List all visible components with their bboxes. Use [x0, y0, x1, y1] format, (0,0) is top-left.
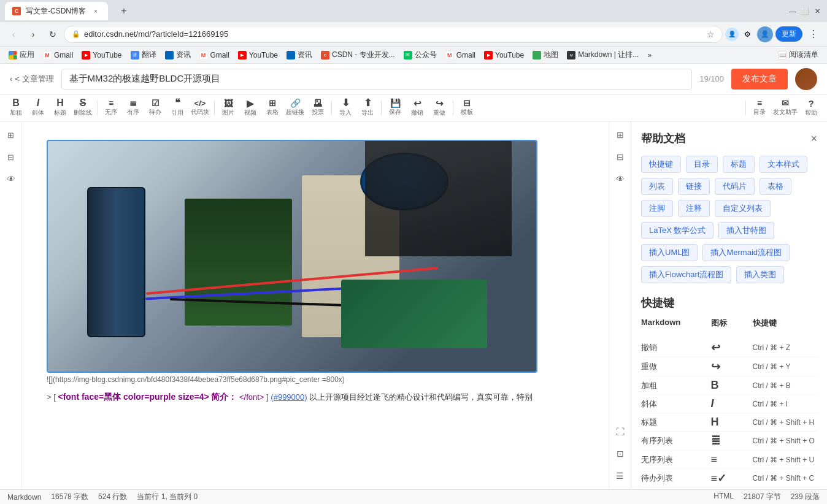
editor-main-area[interactable]: ⊞ ⊟ 👁	[0, 121, 609, 489]
help-close-button[interactable]: ×	[810, 132, 817, 145]
toolbar-heading[interactable]: H 标题	[49, 96, 71, 120]
back-to-management[interactable]: ‹ < 文章管理	[10, 74, 54, 85]
help-tag-heading[interactable]: 标题	[723, 156, 755, 173]
more-options-button[interactable]: ⋮	[805, 26, 822, 43]
ext-icon-2[interactable]: ⚙	[740, 27, 755, 42]
help-tag-flowchart[interactable]: 插入Flowchart流程图	[641, 266, 731, 283]
youtube-favicon-2: ▶	[238, 51, 247, 59]
shortcut-row-redo: 重做 ↪ Ctrl / ⌘ + Y	[641, 357, 817, 376]
help-tags-container: 快捷键 目录 标题 文本样式 列表 链接 代码片 表格 注脚 注释 自定义列表 …	[641, 156, 817, 283]
bookmark-csdn[interactable]: C CSDN - 专业开发...	[317, 48, 399, 61]
toolbar-italic[interactable]: I 斜体	[27, 96, 49, 120]
active-tab[interactable]: C 写文章-CSDN博客 ×	[5, 2, 108, 20]
new-tab-button[interactable]: +	[115, 2, 133, 20]
side-icon-table[interactable]: ⊞	[2, 126, 20, 143]
right-icon-list[interactable]: ☰	[612, 467, 629, 484]
toolbar-toc[interactable]: ≡ 目录	[748, 96, 771, 120]
right-icon-preview[interactable]: 👁	[612, 170, 629, 188]
help-tag-footnote[interactable]: 注脚	[641, 200, 673, 217]
bookmark-gongzhonghao[interactable]: ✉ 公众号	[400, 48, 440, 61]
forward-button[interactable]: ›	[25, 26, 42, 43]
bookmark-gmail-1[interactable]: M Gmail	[39, 50, 77, 61]
minimize-button[interactable]: —	[788, 6, 798, 16]
toolbar-quote[interactable]: ❝ 引用	[166, 96, 188, 120]
toolbar-ordered-list[interactable]: ≣ 有序	[122, 96, 144, 120]
image-pcb1	[185, 199, 292, 326]
bookmark-fanyi[interactable]: 译 翻译	[127, 48, 160, 61]
bookmark-gmail-2[interactable]: M Gmail	[196, 50, 233, 61]
toolbar-video[interactable]: ▶ 视频	[239, 96, 261, 120]
help-tag-class-diagram[interactable]: 插入类图	[736, 266, 784, 283]
update-button[interactable]: 更新	[775, 26, 802, 42]
status-mode: Markdown	[7, 493, 41, 502]
heading-icon: H	[56, 98, 64, 108]
help-tag-custom-list[interactable]: 自定义列表	[715, 200, 771, 217]
toolbar-help[interactable]: ? 帮助	[800, 96, 822, 120]
help-tag-shortcuts[interactable]: 快捷键	[641, 156, 681, 173]
bookmark-ditu[interactable]: 地图	[529, 48, 562, 61]
bookmark-apps[interactable]: 应用	[5, 48, 38, 61]
help-tag-gantt[interactable]: 插入甘特图	[718, 222, 774, 239]
toolbar-publish-helper[interactable]: ✉ 发文助手	[771, 96, 800, 120]
toolbar-save[interactable]: 💾 保存	[384, 96, 406, 120]
toolbar-table[interactable]: ⊞ 表格	[261, 96, 283, 120]
bookmark-youtube-1[interactable]: ▶ YouTube	[78, 50, 125, 61]
bookmark-gmail-3[interactable]: M Gmail	[442, 50, 479, 61]
side-icon-template2[interactable]: ⊟	[2, 148, 20, 166]
video-icon: ▶	[247, 99, 254, 108]
article-title-input[interactable]	[61, 69, 693, 90]
toolbar-todo-list[interactable]: ☑ 待办	[144, 96, 166, 120]
right-icon-2[interactable]: ⊟	[612, 148, 629, 166]
help-tag-mermaid[interactable]: 插入Mermaid流程图	[702, 244, 790, 261]
help-tag-list[interactable]: 列表	[641, 178, 673, 195]
bookmark-zixun-1[interactable]: 资讯	[161, 48, 194, 61]
help-tag-text-style[interactable]: 文本样式	[760, 156, 807, 173]
editor-text-area[interactable]: ![](https://img-blog.csdnimg.cn/bfd480f3…	[22, 121, 609, 489]
toolbar-export[interactable]: ⬆ 导出	[356, 96, 379, 120]
shortcut-unordered-md: 无序列表	[641, 454, 706, 465]
reload-button[interactable]: ↻	[44, 26, 61, 43]
help-tag-latex[interactable]: LaTeX 数学公式	[641, 222, 714, 239]
tab-close-button[interactable]: ×	[91, 6, 101, 16]
help-tag-uml[interactable]: 插入UML图	[641, 244, 698, 261]
bookmark-star-icon[interactable]: ☆	[707, 29, 715, 39]
side-icon-preview[interactable]: 👁	[2, 170, 20, 188]
video-label: 视频	[244, 109, 256, 117]
bookmark-markdown[interactable]: M Markdown | 让排...	[563, 48, 642, 61]
ext-icon-1[interactable]: 👤	[725, 28, 739, 41]
right-icon-contract[interactable]: ⊡	[612, 445, 629, 462]
toolbar-unordered-list[interactable]: ≡ 无序	[100, 96, 122, 120]
profile-icon[interactable]: 👤	[757, 26, 773, 42]
maximize-button[interactable]: ⬜	[800, 6, 810, 16]
bookmark-yuedu[interactable]: 📖 阅读清单	[774, 48, 822, 61]
help-tag-toc[interactable]: 目录	[686, 156, 718, 173]
address-bar[interactable]: 🔒 editor.csdn.net/md/?articleId=12166919…	[64, 26, 723, 43]
close-window-button[interactable]: ✕	[812, 6, 822, 16]
bookmark-zixun-2[interactable]: 资讯	[283, 48, 316, 61]
help-tag-code-snippet[interactable]: 代码片	[715, 178, 755, 195]
help-tag-link[interactable]: 链接	[678, 178, 710, 195]
back-button[interactable]: ‹	[5, 26, 22, 43]
toolbar-redo[interactable]: ↪ 重做	[428, 96, 450, 120]
bookmark-more[interactable]: »	[644, 50, 655, 61]
toolbar-bold[interactable]: B 加粗	[5, 96, 27, 120]
help-tag-comment[interactable]: 注释	[678, 200, 710, 217]
jianjie-text: 简介：	[211, 392, 237, 402]
toolbar-undo[interactable]: ↩ 撤销	[406, 96, 428, 120]
toolbar-code-block[interactable]: </> 代码块	[188, 96, 212, 120]
toolbar-strikethrough[interactable]: S 删除线	[71, 96, 94, 120]
help-tag-table[interactable]: 表格	[760, 178, 791, 195]
toolbar-hyperlink[interactable]: 🔗 超链接	[283, 96, 307, 120]
bookmark-zixun-1-label: 资讯	[176, 50, 191, 60]
bookmark-youtube-3[interactable]: ▶ YouTube	[480, 50, 528, 61]
apps-favicon	[9, 51, 17, 59]
user-avatar[interactable]	[795, 68, 817, 90]
toolbar-image[interactable]: 🖼 图片	[217, 96, 239, 120]
toolbar-vote[interactable]: 🗳 投票 新增投票功能	[307, 96, 329, 120]
bookmark-youtube-2[interactable]: ▶ YouTube	[234, 50, 282, 61]
right-icon-expand[interactable]: ⛶	[612, 423, 629, 440]
right-icon-1[interactable]: ⊞	[612, 126, 629, 143]
toolbar-template[interactable]: ⊟ 模板	[456, 96, 478, 120]
toolbar-import[interactable]: ⬇ 导入	[334, 96, 356, 120]
publish-button[interactable]: 发布文章	[731, 69, 788, 90]
